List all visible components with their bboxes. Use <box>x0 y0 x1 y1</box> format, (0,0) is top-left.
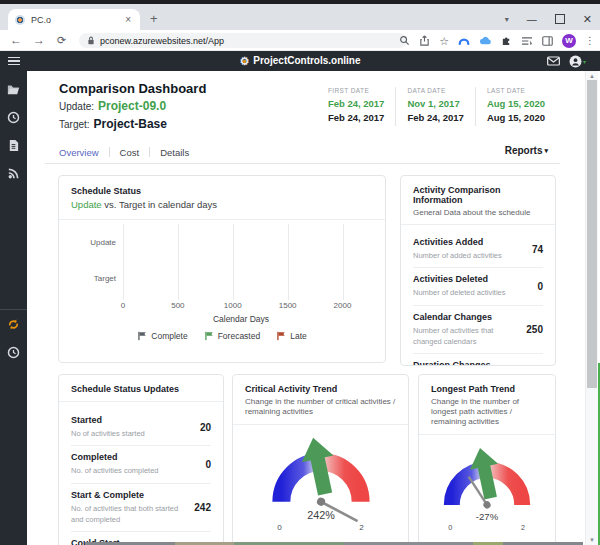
tab-details[interactable]: Details <box>150 147 199 158</box>
back-icon[interactable]: ← <box>10 33 22 47</box>
stat-row: Start & CompleteNo. of activities that b… <box>71 484 211 533</box>
left-sidebar <box>0 71 27 545</box>
site-favicon-icon <box>15 15 25 25</box>
stat-row: Activities AddedNumber of added activiti… <box>413 231 543 268</box>
tab-cost[interactable]: Cost <box>110 147 150 158</box>
document-icon[interactable] <box>7 139 20 152</box>
legend-label: Complete <box>151 331 187 341</box>
dropdown-caret-icon: ▾ <box>544 147 548 154</box>
dashboard-content: Comparison Dashboard Update:Project-09.0… <box>27 71 600 545</box>
gauge-value: 242% <box>307 509 335 521</box>
lock-icon <box>87 36 95 45</box>
close-window-button[interactable]: ✕ <box>583 13 592 26</box>
longest-path-trend-card: Longest Path Trend Change in the number … <box>418 374 556 545</box>
folder-icon[interactable] <box>7 83 20 96</box>
schedule-status-card: Schedule Status Update vs. Target in cal… <box>58 175 386 363</box>
target-line: Target:Project-Base <box>59 117 167 131</box>
gauge-min-label: 0 <box>277 524 282 533</box>
date-target-value: Feb 24, 2017 <box>407 111 464 125</box>
tabs-divider <box>45 163 560 164</box>
url-text: pconew.azurewebsites.net/App <box>100 36 224 46</box>
date-summary: FIRST DATE Feb 24, 2017 Feb 24, 2017 DAT… <box>317 87 556 126</box>
extension-cloud-icon[interactable] <box>479 35 492 46</box>
extension-arc-icon[interactable] <box>458 35 470 46</box>
stat-value: 20 <box>200 422 211 433</box>
card-title: Longest Path Trend <box>431 384 543 394</box>
x-tick-label: 2000 <box>334 301 352 310</box>
bar-category-update: Update <box>90 238 116 247</box>
stat-desc: Number of deleted activities <box>413 287 529 298</box>
card-subtitle: Change in the number of critical activit… <box>245 397 396 417</box>
target-label: Target: <box>59 119 90 130</box>
stat-value: 242 <box>194 502 211 513</box>
stat-row: Duration ChangesNo. of original duration… <box>413 354 543 366</box>
star-bookmark-icon[interactable]: ☆ <box>439 35 449 47</box>
new-tab-button[interactable]: + <box>150 11 158 27</box>
date-target-value: Feb 24, 2017 <box>328 111 385 125</box>
scroll-up-icon[interactable]: ▲ <box>586 73 598 79</box>
side-panel-icon[interactable] <box>542 36 553 46</box>
stat-desc: No of activities started <box>71 428 192 439</box>
stat-title: Started <box>71 415 192 425</box>
critical-activity-trend-card: Critical Activity Trend Change in the nu… <box>232 374 409 545</box>
x-tick-label: 1500 <box>279 301 297 310</box>
stat-row: Activities DeletedNumber of deleted acti… <box>413 268 543 305</box>
card-title: Critical Activity Trend <box>245 384 396 394</box>
browser-tab[interactable]: PC.o × <box>8 9 140 30</box>
target-project-name: Project-Base <box>94 117 167 131</box>
stat-desc: No. of activities that both started and … <box>71 503 186 526</box>
mail-icon[interactable] <box>547 56 560 66</box>
tab-overview[interactable]: Overview <box>59 147 109 158</box>
clock-icon[interactable] <box>7 111 20 124</box>
legend-label: Forecasted <box>218 331 261 341</box>
app-header: ⚙ProjectControls.online ▾ <box>0 51 600 71</box>
last-date-column: LAST DATE Aug 15, 2020 Aug 15, 2020 <box>475 87 556 126</box>
stat-row: StartedNo of activities started 20 <box>71 409 211 446</box>
sidebar-divider <box>0 309 27 310</box>
stat-value: 74 <box>532 244 543 255</box>
address-bar[interactable]: pconew.azurewebsites.net/App <box>79 33 407 48</box>
minimize-button[interactable]: — <box>527 14 537 25</box>
stat-value: 0 <box>205 459 211 470</box>
gauge-min-label: 0 <box>448 524 452 533</box>
tab-search-icon[interactable]: ▾ <box>505 15 509 24</box>
date-column-label: FIRST DATE <box>328 87 385 94</box>
app-title: ProjectControls.online <box>253 55 360 66</box>
share-icon[interactable] <box>419 35 430 46</box>
clock-icon[interactable] <box>7 346 20 359</box>
sync-icon[interactable] <box>7 318 20 331</box>
legend-item: Forecasted <box>204 331 261 341</box>
scroll-down-icon[interactable]: ▼ <box>586 537 598 543</box>
stat-title: Activities Deleted <box>413 274 529 284</box>
extension-puzzle-icon[interactable] <box>501 35 512 46</box>
tab-close-icon[interactable]: × <box>123 14 133 26</box>
stat-title: Calendar Changes <box>413 312 518 322</box>
x-axis-label: Calendar Days <box>123 314 359 324</box>
stat-row: Calendar ChangesNumber of activities tha… <box>413 306 543 355</box>
forward-icon[interactable]: → <box>33 33 45 47</box>
card-title: Activity Comparison Information <box>413 185 543 205</box>
data-date-column: DATA DATE Nov 1, 2017 Feb 24, 2017 <box>395 87 475 126</box>
stat-title: Activities Added <box>413 237 524 247</box>
reading-list-icon[interactable] <box>521 36 533 46</box>
card-title: Schedule Status <box>71 186 373 196</box>
scrollbar-thumb[interactable] <box>587 80 597 388</box>
rss-icon[interactable] <box>7 167 20 180</box>
gauge-critical: 242% 0 2 <box>245 435 396 536</box>
card-title: Schedule Status Updates <box>71 384 211 394</box>
search-icon[interactable] <box>399 35 410 46</box>
reports-dropdown[interactable]: Reports▾ <box>505 145 548 156</box>
date-column-label: DATA DATE <box>407 87 464 94</box>
reload-icon[interactable]: ⟳ <box>57 33 66 47</box>
gauge-max-label: 2 <box>359 524 364 533</box>
page-scrollbar[interactable]: ▲ ▼ <box>585 71 598 545</box>
bar-ticks: 0500100015002000 <box>123 300 359 311</box>
date-update-value: Nov 1, 2017 <box>407 97 464 111</box>
date-update-value: Feb 24, 2017 <box>328 97 385 111</box>
account-menu[interactable]: ▾ <box>569 55 586 68</box>
profile-avatar[interactable]: W <box>562 34 576 48</box>
bar-category-target: Target <box>94 274 116 283</box>
more-menu-icon[interactable]: ⋮ <box>585 35 595 47</box>
maximize-button[interactable] <box>555 14 565 24</box>
app-logo: ⚙ProjectControls.online <box>0 55 600 68</box>
